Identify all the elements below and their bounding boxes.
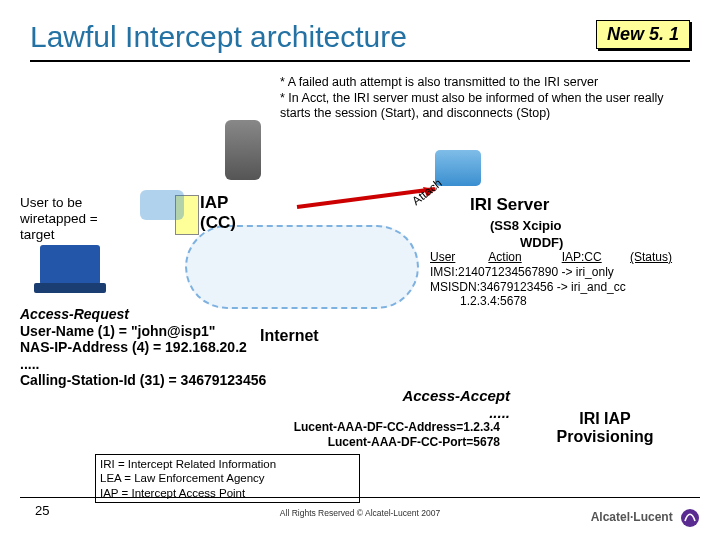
network-cloud-icon	[185, 225, 419, 309]
iri-notes: * A failed auth attempt is also transmit…	[280, 75, 690, 122]
col-iap-cc: IAP:CC	[562, 250, 627, 264]
laptop-icon	[40, 245, 100, 285]
iri-iap-provisioning-label: IRI IAP Provisioning	[545, 410, 665, 447]
note-line: * In Acct, the IRI server must also be i…	[280, 91, 690, 122]
iri-row-main: MSISDN:34679123456 -> iri_and_cc	[430, 280, 626, 294]
svg-point-0	[681, 509, 699, 527]
avp-line: Calling-Station-Id (31) = 34679123456	[20, 372, 266, 389]
target-user-label: User to be wiretapped = target	[20, 195, 110, 244]
iri-server-icon	[435, 150, 481, 186]
lucent-avp-line: Lucent-AAA-DF-CC-Port=5678	[260, 435, 500, 450]
cc-label: (CC)	[200, 213, 236, 233]
brand-mark-icon	[680, 508, 700, 528]
col-action: Action	[488, 250, 558, 264]
col-status: (Status)	[630, 250, 685, 264]
new-badge: New 5. 1	[596, 20, 690, 49]
page-title: Lawful Intercept architecture	[30, 20, 407, 53]
iri-server-sublabel: (SS8 Xcipio	[490, 218, 562, 233]
brand-logo: Alcatel·Lucent	[591, 508, 700, 528]
avp-line: User-Name (1) = "john@isp1"	[20, 323, 266, 340]
access-request-block: Access-Request User-Name (1) = "john@isp…	[20, 306, 266, 389]
avp-line: NAS-IP-Address (4) = 192.168.20.2	[20, 339, 266, 356]
definitions-box: IRI = Intercept Related Information LEA …	[95, 454, 360, 503]
iri-row-addr: 1.2.3.4:5678	[460, 294, 527, 308]
iri-table-row: MSISDN:34679123456 -> iri_and_cc 1.2.3.4…	[430, 280, 720, 308]
lucent-avp-line: Lucent-AAA-DF-CC-Address=1.2.3.4	[260, 420, 500, 435]
access-accept-title: Access-Accept	[290, 387, 510, 404]
brand-text: Alcatel·Lucent	[591, 510, 673, 524]
access-accept-block: Access-Accept .....	[290, 387, 510, 422]
router-icon	[140, 190, 184, 220]
database-icon	[225, 120, 261, 180]
footer-rule	[20, 497, 700, 498]
internet-label: Internet	[260, 327, 319, 345]
definition-line: LEA = Law Enforcement Agency	[100, 471, 355, 485]
iri-server-label: IRI Server	[470, 195, 549, 215]
access-request-title: Access-Request	[20, 306, 266, 323]
avp-dots: .....	[290, 404, 510, 421]
definition-line: IRI = Intercept Related Information	[100, 457, 355, 471]
iap-label: IAP	[200, 193, 236, 213]
avp-dots: .....	[20, 356, 266, 373]
iri-table-row: IMSI:214071234567890 -> iri_only	[430, 265, 614, 279]
iap-cc-label: IAP (CC)	[200, 193, 236, 232]
col-user: User	[430, 250, 485, 264]
title-row: Lawful Intercept architecture New 5. 1	[30, 20, 690, 62]
lucent-avp-block: Lucent-AAA-DF-CC-Address=1.2.3.4 Lucent-…	[260, 420, 500, 450]
iri-table-header: User Action IAP:CC (Status)	[430, 250, 685, 264]
wddf-sublabel: WDDF)	[520, 235, 563, 250]
note-line: * A failed auth attempt is also transmit…	[280, 75, 690, 91]
